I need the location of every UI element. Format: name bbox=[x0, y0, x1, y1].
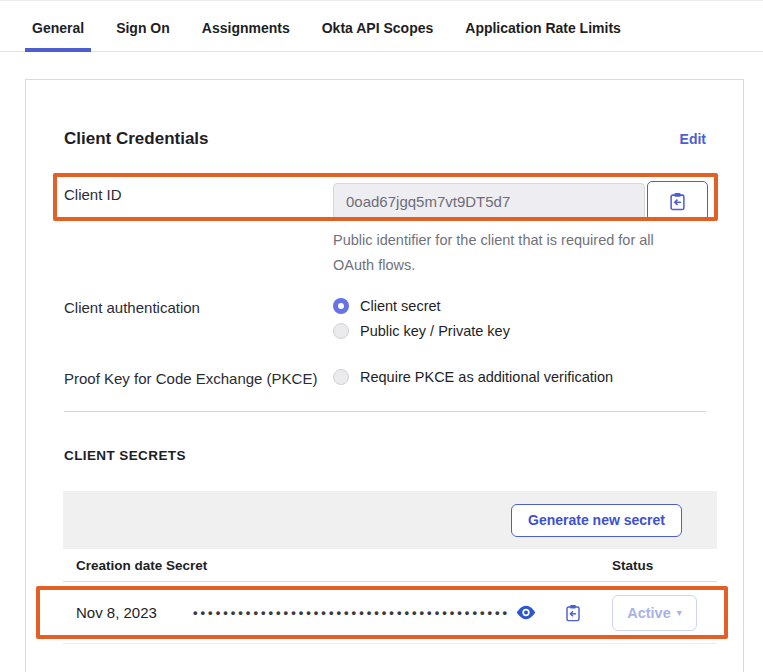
masked-secret-value: ••••••••••••••••••••••••••••••••••••••••… bbox=[193, 605, 510, 620]
radio-unselected-icon[interactable] bbox=[333, 323, 349, 339]
section-divider bbox=[64, 411, 706, 412]
checkbox-unchecked-icon[interactable] bbox=[333, 369, 349, 385]
client-credentials-header: Client Credentials Edit bbox=[64, 127, 706, 151]
radio-selected-icon[interactable] bbox=[333, 298, 349, 314]
secret-creation-date: Nov 8, 2023 bbox=[76, 604, 166, 621]
card-content: Client Credentials Edit Client ID bbox=[26, 80, 743, 644]
client-id-row: Client ID bbox=[64, 181, 706, 278]
secrets-table-header: Creation date Secret Status bbox=[63, 549, 717, 582]
okta-app-settings-page: General Sign On Assignments Okta API Sco… bbox=[0, 0, 763, 672]
client-authentication-options: Client secret Public key / Private key bbox=[333, 294, 706, 343]
client-id-input-group bbox=[333, 181, 708, 221]
radio-option-client-secret[interactable]: Client secret bbox=[333, 294, 706, 318]
secret-cell: ••••••••••••••••••••••••••••••••••••••••… bbox=[166, 604, 608, 622]
pkce-checkbox-option[interactable]: Require PKCE as additional verification bbox=[333, 365, 706, 389]
tab-assignments[interactable]: Assignments bbox=[195, 20, 297, 51]
copy-client-id-button[interactable] bbox=[647, 181, 708, 221]
pkce-label: Proof Key for Code Exchange (PKCE) bbox=[64, 365, 333, 389]
client-credentials-title: Client Credentials bbox=[64, 127, 209, 151]
tab-okta-api-scopes[interactable]: Okta API Scopes bbox=[315, 20, 441, 51]
generate-new-secret-button[interactable]: Generate new secret bbox=[511, 504, 682, 537]
eye-icon bbox=[516, 605, 536, 620]
client-id-description-line2: OAuth flows. bbox=[333, 257, 415, 273]
radio-label-public-private-key: Public key / Private key bbox=[360, 323, 510, 339]
radio-label-client-secret: Client secret bbox=[360, 298, 441, 314]
column-header-secret: Secret bbox=[166, 558, 608, 573]
copy-secret-button[interactable] bbox=[565, 604, 581, 622]
status-label: Active bbox=[627, 605, 671, 621]
client-secrets-title: CLIENT SECRETS bbox=[64, 446, 706, 466]
show-secret-button[interactable] bbox=[516, 605, 536, 620]
column-header-creation-date: Creation date bbox=[76, 558, 166, 573]
clipboard-copy-icon bbox=[669, 192, 686, 211]
column-header-status: Status bbox=[608, 558, 717, 573]
clipboard-copy-icon bbox=[565, 604, 581, 622]
tab-general[interactable]: General bbox=[25, 20, 91, 51]
client-id-description: Public identifier for the client that is… bbox=[333, 228, 663, 278]
radio-option-public-private-key[interactable]: Public key / Private key bbox=[333, 319, 706, 343]
client-id-label: Client ID bbox=[64, 181, 333, 205]
chevron-down-icon: ▾ bbox=[677, 607, 682, 618]
edit-link[interactable]: Edit bbox=[680, 131, 706, 147]
client-secrets-table-container: Generate new secret Creation date Secret… bbox=[63, 491, 717, 644]
status-cell: Active ▾ bbox=[608, 595, 717, 631]
tab-sign-on[interactable]: Sign On bbox=[109, 20, 177, 51]
pkce-control: Require PKCE as additional verification bbox=[333, 365, 706, 389]
client-authentication-row: Client authentication Client secret Publ… bbox=[64, 294, 706, 343]
tab-application-rate-limits[interactable]: Application Rate Limits bbox=[458, 20, 628, 51]
client-authentication-label: Client authentication bbox=[64, 294, 333, 318]
tab-bar: General Sign On Assignments Okta API Sco… bbox=[0, 1, 763, 52]
status-dropdown-button[interactable]: Active ▾ bbox=[612, 595, 697, 631]
client-id-input[interactable] bbox=[333, 183, 645, 219]
general-settings-card: Client Credentials Edit Client ID bbox=[25, 79, 744, 672]
pkce-row: Proof Key for Code Exchange (PKCE) Requi… bbox=[64, 365, 706, 389]
pkce-checkbox-label: Require PKCE as additional verification bbox=[360, 369, 613, 385]
client-id-description-line1: Public identifier for the client that is… bbox=[333, 232, 654, 248]
client-secrets-toolbar: Generate new secret bbox=[63, 491, 717, 549]
client-id-control: Public identifier for the client that is… bbox=[333, 181, 708, 278]
secret-table-row: Nov 8, 2023 ••••••••••••••••••••••••••••… bbox=[63, 582, 717, 644]
